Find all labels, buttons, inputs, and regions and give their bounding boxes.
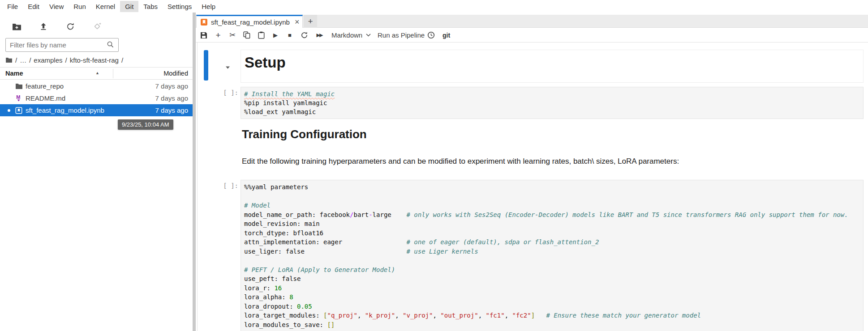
- menu-item-git[interactable]: Git: [120, 1, 138, 12]
- column-divider: [113, 69, 113, 78]
- breadcrumb-separator: /: [15, 56, 17, 64]
- menu-item-view[interactable]: View: [44, 1, 69, 12]
- clock-icon[interactable]: [426, 28, 436, 42]
- search-icon: [107, 41, 114, 50]
- menu-item-kernel[interactable]: Kernel: [91, 1, 120, 12]
- file-browser-toolbar: [0, 17, 193, 36]
- active-cell-collapser[interactable]: [204, 50, 208, 81]
- breadcrumb-segment[interactable]: kfto-sft-feast-rag: [70, 56, 119, 64]
- notebook-left-border: [197, 42, 198, 331]
- breadcrumb-separator: /: [65, 56, 67, 64]
- breadcrumb: /…/examples/kfto-sft-feast-rag/: [5, 55, 123, 64]
- tab-bar: sft_feast_rag_model.ipynb × +: [196, 15, 868, 28]
- breadcrumb-segment[interactable]: …: [20, 56, 26, 64]
- training-configuration-heading: Training Configuration: [242, 127, 367, 141]
- notebook-content[interactable]: Setup [ ]: # Install the YAML magic %pip…: [196, 42, 868, 331]
- setup-heading: Setup: [245, 54, 286, 71]
- markdown-icon: M: [15, 94, 23, 102]
- file-row-README.md[interactable]: MREADME.md7 days ago: [0, 92, 193, 104]
- breadcrumb-separator: /: [121, 56, 123, 64]
- tab-close-icon[interactable]: ×: [295, 18, 300, 26]
- file-browser-panel: /…/examples/kfto-sft-feast-rag/ Name ▲ M…: [0, 13, 193, 331]
- heading-collapse-arrow-icon[interactable]: [225, 63, 230, 71]
- breadcrumb-segment[interactable]: examples: [34, 56, 62, 64]
- cell2-prompt: [ ]:: [219, 182, 238, 189]
- notebook-icon: [15, 106, 23, 114]
- notebook-icon: [200, 18, 208, 26]
- paste-icon[interactable]: [256, 28, 266, 42]
- new-folder-icon[interactable]: [12, 21, 21, 31]
- svg-text:M: M: [16, 94, 20, 100]
- breadcrumb-separator: /: [29, 56, 31, 64]
- git-tag-plus-icon: [92, 21, 102, 31]
- stop-icon[interactable]: ■: [285, 28, 295, 42]
- file-name: feature_repo: [26, 82, 64, 90]
- file-name: sft_feast_rag_model.ipynb: [26, 106, 104, 114]
- code-cell-2[interactable]: %%yaml parameters # Model model_name_or_…: [241, 180, 864, 331]
- file-list: feature_repo7 days agoMREADME.md7 days a…: [0, 80, 193, 116]
- chevron-down-icon: [366, 34, 371, 37]
- restart-run-all-icon[interactable]: ▶▶: [314, 28, 325, 42]
- menu-item-help[interactable]: Help: [197, 1, 220, 12]
- file-name: README.md: [26, 94, 65, 102]
- main-dock-panel: sft_feast_rag_model.ipynb × + + ✂ ▶ ■ ▶▶: [196, 13, 868, 331]
- menu-item-tabs[interactable]: Tabs: [138, 1, 163, 12]
- git-toolbar-label[interactable]: git: [443, 28, 450, 42]
- jupyterlab-window: FileEditViewRunKernelGitTabsSettingsHelp…: [0, 0, 868, 331]
- file-filter-box: [5, 38, 119, 52]
- run-as-pipeline-button[interactable]: Run as Pipeline: [378, 28, 425, 42]
- sort-ascending-icon[interactable]: ▲: [95, 71, 99, 75]
- copy-icon[interactable]: [242, 28, 252, 42]
- tab-title: sft_feast_rag_model.ipynb: [211, 18, 290, 26]
- file-filter-input[interactable]: [6, 41, 107, 49]
- refresh-icon[interactable]: [65, 21, 75, 31]
- file-modified: 7 days ago: [155, 106, 188, 114]
- menu-item-run[interactable]: Run: [69, 1, 91, 12]
- file-modified: 7 days ago: [155, 94, 188, 102]
- cell1-prompt: [ ]:: [219, 89, 238, 96]
- file-list-header: Name ▲ Modified: [0, 67, 193, 80]
- cell1-code: # Install the YAML magic %pip install ya…: [241, 87, 863, 116]
- unsaved-dot: [8, 109, 10, 112]
- cell2-code: %%yaml parameters # Model model_name_or_…: [241, 180, 863, 329]
- code-cell-1[interactable]: # Install the YAML magic %pip install ya…: [241, 87, 864, 119]
- tab-notebook[interactable]: sft_feast_rag_model.ipynb ×: [196, 15, 303, 28]
- panel-splitter[interactable]: [193, 13, 196, 331]
- insert-cell-icon[interactable]: +: [213, 28, 223, 42]
- menubar: FileEditViewRunKernelGitTabsSettingsHelp: [0, 0, 868, 13]
- file-row-feature_repo[interactable]: feature_repo7 days ago: [0, 80, 193, 92]
- hyperparameters-paragraph: Edit the following training hyperparamet…: [242, 157, 679, 166]
- file-modified: 7 days ago: [155, 82, 188, 90]
- markdown-cell-setup[interactable]: [241, 50, 864, 83]
- notebook-toolbar: + ✂ ▶ ■ ▶▶ Markdown Run as Pipeline git: [196, 28, 868, 42]
- menu-item-file[interactable]: File: [2, 1, 23, 12]
- cut-icon[interactable]: ✂: [228, 28, 237, 42]
- upload-icon[interactable]: [39, 21, 48, 31]
- menu-item-settings[interactable]: Settings: [163, 1, 197, 12]
- run-icon[interactable]: ▶: [271, 28, 280, 42]
- modified-tooltip: 9/23/25, 10:04 AM: [118, 119, 173, 130]
- file-row-sft_feast_rag_model.ipynb[interactable]: sft_feast_rag_model.ipynb7 days ago: [0, 104, 193, 116]
- new-tab-button[interactable]: +: [304, 15, 317, 28]
- cell-type-value: Markdown: [331, 31, 362, 39]
- menu-item-edit[interactable]: Edit: [23, 1, 44, 12]
- folder-icon: [15, 82, 23, 90]
- cell-type-dropdown[interactable]: Markdown: [331, 28, 371, 42]
- restart-kernel-icon[interactable]: [299, 28, 309, 42]
- home-folder-icon[interactable]: [5, 57, 13, 63]
- column-modified[interactable]: Modified: [163, 70, 188, 77]
- column-name[interactable]: Name: [5, 70, 23, 77]
- save-icon[interactable]: [199, 28, 209, 42]
